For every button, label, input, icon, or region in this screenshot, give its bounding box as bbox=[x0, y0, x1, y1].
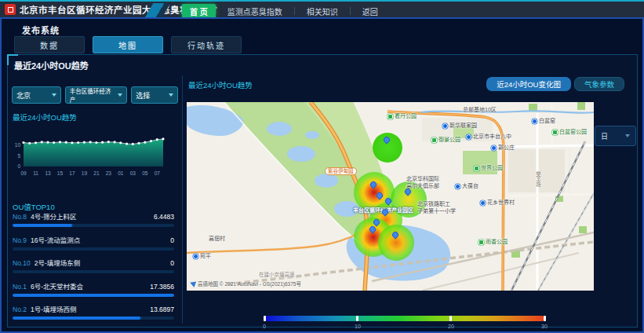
map-label: 子弟第十一小学 bbox=[417, 208, 456, 214]
ou-value: 6.4483 bbox=[154, 213, 174, 221]
value-bar-track bbox=[13, 317, 174, 320]
logo-glyph bbox=[8, 7, 13, 13]
svg-text:21: 21 bbox=[93, 170, 100, 176]
site-select[interactable]: 选择 bbox=[131, 86, 178, 104]
colorbar-tick bbox=[544, 316, 546, 321]
app-root: 北京市丰台区循环经济产业园大气恶臭状况实时 首 页 监测点恶臭指数 相关知识 返… bbox=[0, 0, 644, 333]
rank-label: No.9 bbox=[13, 236, 27, 244]
list-item: No.9 16号-流动监测点 0 bbox=[13, 235, 174, 258]
map-label: 世界公园 bbox=[474, 165, 503, 171]
map-label: 白盆窑公园 bbox=[552, 129, 587, 135]
park-select[interactable]: 丰台区循环经济产 bbox=[65, 86, 127, 104]
svg-text:15: 15 bbox=[57, 170, 64, 176]
tab-track[interactable]: 行动轨迹 bbox=[171, 36, 242, 53]
site-name: 16号-流动监测点 bbox=[31, 235, 170, 244]
list-item: No.2 1号-填埋场西侧 13.6897 bbox=[13, 304, 174, 328]
value-bar-track bbox=[13, 294, 174, 297]
tab-map[interactable]: 地图 bbox=[93, 36, 163, 53]
ou-trend-chart: 0510091113151719212301030507 bbox=[9, 130, 176, 181]
site-name: 6号-北天堂村委会 bbox=[31, 281, 150, 291]
map-label: 花乡世界村 bbox=[480, 199, 515, 206]
school-icon bbox=[466, 134, 471, 140]
map-label: 大葆台 bbox=[455, 183, 478, 189]
map-label: 在建小京塘高速 bbox=[259, 272, 295, 277]
map-label: 高佃村 bbox=[209, 236, 225, 242]
colorbar-tick-label: 10 bbox=[355, 324, 361, 329]
map-label: 御景公园 bbox=[431, 137, 460, 143]
publish-system-label: 发布系统 bbox=[22, 24, 60, 36]
colorbar-tick-label: 0 bbox=[263, 324, 266, 329]
svg-text:11: 11 bbox=[33, 170, 38, 176]
city-select-value: 北京 bbox=[16, 90, 31, 101]
trend-chart-svg: 0510091113151719212301030507 bbox=[9, 130, 176, 181]
park-icon bbox=[478, 240, 484, 245]
svg-text:05: 05 bbox=[142, 170, 148, 176]
period-select-value: 日 bbox=[601, 131, 608, 141]
park-select-value: 丰台区循环经济产 bbox=[70, 86, 115, 104]
rank-label: No.8 bbox=[13, 213, 27, 221]
ou-change-map-button[interactable]: 近24小时OU变化图 bbox=[486, 77, 571, 91]
park-icon bbox=[387, 114, 393, 119]
site-name: 4号-筛分上料区 bbox=[31, 211, 154, 221]
nav-separator bbox=[294, 7, 295, 15]
park-icon bbox=[552, 130, 558, 135]
map-label: 高尔夫俱乐部 bbox=[406, 183, 439, 189]
map-label: 北京铁路职工 bbox=[417, 201, 450, 207]
colorbar-tick-label: 30 bbox=[541, 324, 548, 329]
map-label: 紫谷伊甸园 bbox=[325, 167, 357, 175]
park-icon bbox=[474, 166, 479, 171]
metro-icon bbox=[491, 145, 497, 151]
chevron-down-icon bbox=[169, 93, 173, 97]
chevron-down-icon bbox=[625, 134, 630, 137]
heatmap-map[interactable]: 高德地图 © 2021 AutoNavi - GS(2021)6375号 看丹公… bbox=[187, 102, 594, 291]
value-bar-track bbox=[13, 270, 174, 273]
svg-text:13: 13 bbox=[45, 170, 51, 176]
svg-text:17: 17 bbox=[69, 170, 75, 176]
svg-text:5: 5 bbox=[17, 153, 20, 159]
site-name: 2号-填埋场东侧 bbox=[35, 258, 171, 267]
amap-logo-icon bbox=[189, 280, 196, 287]
svg-text:03: 03 bbox=[130, 170, 136, 176]
svg-text:01: 01 bbox=[118, 170, 124, 176]
list-item: No.10 2号-填埋场东侧 0 bbox=[13, 258, 174, 281]
nav-item-knowledge[interactable]: 相关知识 bbox=[304, 4, 341, 19]
header-slant-decoration bbox=[144, 3, 175, 19]
svg-text:0: 0 bbox=[17, 163, 20, 169]
nav-item-home[interactable]: 首 页 bbox=[182, 4, 216, 19]
nav-item-back[interactable]: 返回 bbox=[359, 4, 381, 19]
ou-top-list: No.8 4号-筛分上料区 6.4483 No.9 16号-流动监测点 0 bbox=[13, 211, 174, 328]
ou-value: 13.6897 bbox=[150, 306, 174, 313]
weather-params-button[interactable]: 气象参数 bbox=[574, 77, 624, 91]
top-list-title: OU值TOP10 bbox=[13, 201, 55, 212]
rank-label: No.1 bbox=[13, 283, 27, 291]
map-label: 白盆窑 bbox=[532, 118, 555, 124]
column-divider bbox=[182, 75, 183, 324]
svg-text:23: 23 bbox=[106, 170, 112, 176]
site-name: 1号-填埋场西侧 bbox=[31, 304, 150, 313]
map-label: 总部基地10区 bbox=[463, 107, 497, 113]
heat-colorbar: 0102030 bbox=[264, 316, 544, 330]
city-select[interactable]: 北京 bbox=[12, 86, 61, 104]
map-section-subtitle: 最近24小时OU趋势 bbox=[188, 79, 253, 90]
map-label: 看丹公园 bbox=[387, 113, 417, 119]
app-logo-icon bbox=[5, 4, 16, 15]
top-bar: 北京市丰台区循环经济产业园大气恶臭状况实时 首 页 监测点恶臭指数 相关知识 返… bbox=[0, 0, 644, 17]
metro-icon bbox=[193, 254, 198, 259]
value-bar-track bbox=[13, 247, 174, 251]
map-label: 宛平 bbox=[193, 253, 211, 259]
colorbar-tick-label: 20 bbox=[448, 324, 454, 329]
rank-label: No.10 bbox=[13, 259, 31, 267]
map-label: 北京华科国际 bbox=[406, 176, 439, 182]
tab-data[interactable]: 数据 bbox=[14, 36, 85, 53]
heat-blob bbox=[378, 225, 414, 261]
value-bar-fill bbox=[13, 317, 140, 320]
value-bar-fill bbox=[13, 224, 72, 227]
period-select[interactable]: 日 bbox=[595, 126, 636, 146]
content-frame: 发布系统 数据 地图 行动轨迹 最近24小时OU趋势 北京 丰台区循环经济产 选… bbox=[0, 17, 644, 333]
svg-text:19: 19 bbox=[82, 170, 88, 176]
nav-item-odor-index[interactable]: 监测点恶臭指数 bbox=[224, 4, 286, 19]
map-label: 新华联家园 bbox=[442, 123, 477, 129]
list-item: No.1 6号-北天堂村委会 17.3856 bbox=[13, 281, 174, 305]
colorbar-gradient bbox=[264, 316, 544, 321]
metro-icon bbox=[442, 123, 448, 129]
